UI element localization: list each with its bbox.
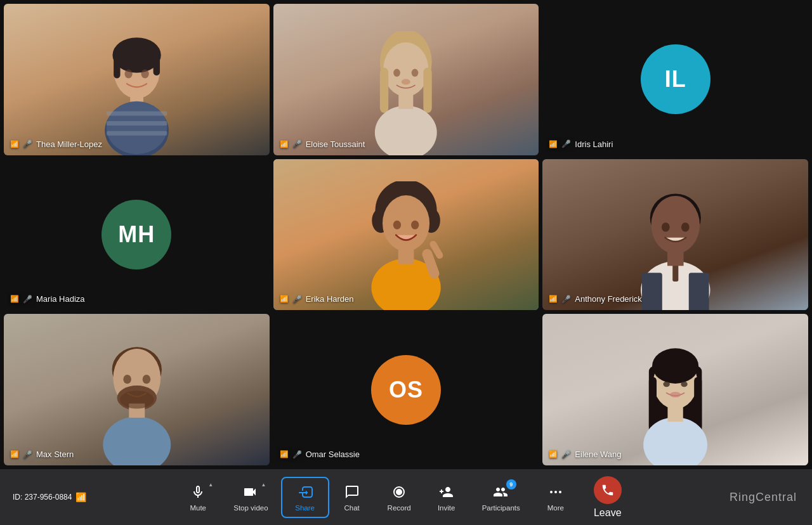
avatar-omar: OS (371, 355, 441, 425)
signal-icon-erika: 📶 (280, 295, 289, 303)
svg-rect-37 (689, 273, 709, 310)
silhouette-anthony (593, 183, 758, 310)
video-cell-eloise: 📶 🎤 Eloise Toussaint (273, 4, 539, 155)
video-cell-idris: IL 📶 🎤 Idris Lahiri (542, 4, 808, 155)
participants-label: Participants (482, 504, 520, 512)
mute-button[interactable]: ▲ Mute (175, 478, 221, 517)
mic-icon-maria: 🎤 (23, 295, 32, 304)
mute-icon-area: ▲ (188, 483, 208, 501)
silhouette-eilene (596, 341, 755, 465)
svg-point-11 (141, 69, 148, 78)
svg-point-57 (664, 382, 670, 387)
svg-point-34 (651, 196, 700, 254)
signal-icon-eilene: 📶 (549, 450, 558, 458)
share-icon-area (295, 483, 315, 501)
video-erika (273, 159, 539, 311)
share-label: Share (295, 504, 315, 512)
svg-point-6 (107, 101, 167, 154)
video-anthony (542, 159, 808, 311)
mic-icon-eloise: 🎤 (292, 139, 302, 148)
share-button[interactable]: Share (281, 477, 329, 518)
signal-icon-max: 📶 (10, 450, 19, 458)
more-label: More (547, 504, 564, 512)
mic-icon-eilene: 🎤 (561, 450, 571, 459)
chat-label: Chat (344, 504, 359, 512)
name-label-thea: 📶 🎤 Thea Miller-Lopez (10, 139, 102, 149)
more-icon-toolbar (548, 484, 563, 500)
video-eilene (542, 314, 808, 465)
silhouette-erika (320, 181, 492, 310)
svg-point-30 (411, 221, 419, 230)
video-cell-omar: OS 📶 🎤 Omar Selassie (273, 314, 539, 465)
more-icon-area (546, 483, 566, 501)
invite-button[interactable]: Invite (424, 478, 469, 517)
video-grid: 📶 🎤 Thea Miller-Lopez (0, 0, 812, 469)
mic-icon-anthony: 🎤 (561, 295, 571, 304)
name-label-idris: 📶 🎤 Idris Lahiri (549, 139, 613, 149)
leave-button-wrap[interactable]: Leave (579, 471, 637, 524)
mic-icon-omar: 🎤 (292, 450, 302, 459)
silhouette-thea (57, 34, 216, 155)
record-button[interactable]: Record (375, 478, 424, 517)
stop-video-button[interactable]: ▲ Stop video (221, 478, 280, 517)
svg-rect-56 (667, 406, 683, 422)
svg-point-18 (393, 69, 400, 77)
svg-rect-39 (667, 250, 684, 266)
leave-button[interactable] (594, 476, 622, 504)
video-cell-anthony: 📶 🎤 Anthony Frederick (542, 159, 808, 311)
chat-icon-area (342, 483, 362, 501)
more-button[interactable]: More (533, 478, 579, 517)
invite-icon-area (436, 483, 457, 501)
participants-badge: 9 (506, 479, 516, 489)
svg-rect-28 (398, 248, 414, 264)
svg-point-19 (412, 69, 419, 77)
svg-point-61 (396, 489, 402, 495)
mic-icon-idris: 🎤 (561, 139, 571, 148)
video-cell-max: 📶 🎤 Max Stern (4, 314, 270, 465)
participants-button[interactable]: 9 Participants (469, 478, 533, 517)
video-icon-toolbar (242, 484, 259, 500)
svg-point-58 (681, 382, 687, 387)
signal-icon-omar: 📶 (280, 450, 289, 458)
mic-icon-max: 🎤 (23, 450, 32, 459)
svg-rect-3 (153, 56, 159, 75)
stop-video-label: Stop video (233, 504, 268, 512)
video-cell-thea: 📶 🎤 Thea Miller-Lopez (4, 4, 270, 155)
signal-icon-eloise: 📶 (280, 140, 289, 148)
video-eloise (273, 4, 539, 155)
silhouette-eloise (324, 31, 488, 155)
svg-point-63 (554, 491, 557, 493)
avatar-idris: IL (641, 44, 710, 114)
chat-icon-toolbar (344, 484, 360, 500)
mic-icon-erika: 🎤 (292, 295, 302, 304)
svg-point-45 (103, 416, 171, 465)
participants-icon-area: 9 (491, 483, 511, 501)
svg-point-47 (123, 375, 131, 384)
svg-point-64 (559, 491, 561, 493)
chat-button[interactable]: Chat (329, 478, 375, 517)
video-max (4, 314, 270, 465)
signal-icon-idris: 📶 (549, 140, 558, 148)
signal-icon-thea: 📶 (10, 140, 19, 148)
svg-point-59 (670, 392, 681, 398)
meeting-id: ID: 237-956-0884 📶 (13, 492, 86, 502)
video-cell-erika: 📶 🎤 Erika Harden (273, 159, 539, 311)
svg-point-26 (383, 196, 429, 252)
svg-point-16 (375, 105, 437, 155)
name-label-max: 📶 🎤 Max Stern (10, 450, 74, 459)
svg-rect-9 (107, 131, 167, 135)
name-label-omar: 📶 🎤 Omar Selassie (280, 450, 360, 459)
leave-label: Leave (594, 507, 622, 519)
record-icon-toolbar (391, 484, 407, 500)
video-thea (4, 4, 270, 155)
mic-icon-toolbar (190, 484, 206, 500)
svg-point-41 (681, 223, 690, 232)
name-label-erika: 📶 🎤 Erika Harden (280, 294, 354, 304)
svg-rect-8 (107, 121, 167, 126)
leave-icon (601, 483, 615, 497)
signal-bars-icon: 📶 (75, 492, 86, 502)
stop-video-icon-area: ▲ (240, 483, 261, 501)
invite-icon-toolbar (438, 484, 455, 500)
avatar-maria: MH (102, 200, 171, 269)
svg-point-10 (124, 69, 132, 78)
